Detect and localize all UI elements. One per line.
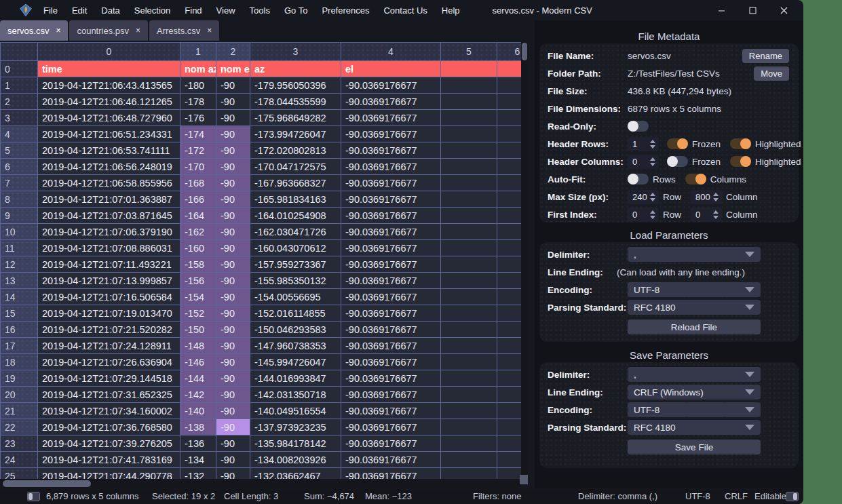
row-header[interactable]: 16	[1, 322, 38, 338]
cell[interactable]	[497, 191, 522, 208]
column-header[interactable]: 5	[441, 43, 497, 61]
cell[interactable]	[497, 273, 522, 289]
row-header[interactable]: 19	[1, 370, 38, 387]
cell[interactable]: -157.959273367	[250, 256, 341, 273]
menu-item-tools[interactable]: Tools	[250, 5, 270, 16]
tab-arrests-csv[interactable]: Arrests.csv×	[149, 20, 219, 41]
cell[interactable]: -90.0369176677	[341, 208, 441, 224]
cell[interactable]: -90	[216, 452, 250, 468]
cell[interactable]	[441, 61, 497, 77]
cell[interactable]: -146	[180, 354, 216, 370]
row-header[interactable]: 25	[1, 468, 38, 480]
cell[interactable]: -90	[216, 175, 250, 191]
cell[interactable]: 2019-04-12T21:07:34.160002	[38, 403, 180, 419]
cell[interactable]: -173.994726047	[250, 126, 341, 142]
close-button[interactable]	[768, 0, 799, 20]
menu-item-file[interactable]: File	[43, 5, 58, 16]
menu-item-data[interactable]: Data	[101, 5, 119, 16]
cell[interactable]: 2019-04-12T21:07:11.493221	[38, 256, 180, 273]
header-rows-highlighted-toggle[interactable]	[730, 138, 751, 149]
cell[interactable]: -90.0369176677	[341, 403, 441, 419]
cell[interactable]: -164.010254908	[250, 208, 341, 224]
cell[interactable]: -172	[180, 142, 216, 159]
rename-button[interactable]: Rename	[742, 49, 789, 63]
load-encoding-dropdown[interactable]: UTF-8	[628, 282, 761, 297]
cell[interactable]	[497, 110, 522, 126]
cell[interactable]	[441, 338, 497, 354]
load-parsing-dropdown[interactable]: RFC 4180	[628, 300, 761, 315]
row-header[interactable]: 5	[1, 142, 38, 159]
cell[interactable]: -158	[180, 256, 216, 273]
cell[interactable]	[497, 403, 522, 419]
row-header[interactable]: 23	[1, 435, 38, 452]
cell[interactable]	[497, 175, 522, 191]
reload-file-button[interactable]: Reload File	[628, 319, 761, 334]
right-panel-icon[interactable]	[786, 492, 799, 501]
column-header[interactable]: 1	[180, 43, 216, 61]
row-header[interactable]: 13	[1, 273, 38, 289]
auto-fit-columns-toggle[interactable]	[685, 174, 706, 185]
cell[interactable]	[441, 403, 497, 419]
max-row-spinner[interactable]: 240	[628, 190, 659, 204]
cell[interactable]	[441, 110, 497, 126]
cell[interactable]: -165.981834163	[250, 191, 341, 208]
cell[interactable]: -134	[180, 452, 216, 468]
cell[interactable]	[497, 142, 522, 159]
header-rows-frozen-toggle[interactable]	[667, 138, 688, 149]
cell[interactable]: -90.0369176677	[341, 354, 441, 370]
cell[interactable]: -140.049516554	[250, 403, 341, 419]
row-header[interactable]: 0	[1, 61, 38, 77]
cell[interactable]: -132.03662467	[250, 468, 341, 480]
cell[interactable]: nom el	[216, 61, 250, 77]
row-header[interactable]: 10	[1, 224, 38, 240]
header-rows-spinner[interactable]: 1	[628, 137, 659, 151]
cell[interactable]: -90	[216, 126, 250, 142]
spinner-arrows-icon[interactable]	[650, 140, 659, 149]
cell[interactable]: -90.0369176677	[341, 273, 441, 289]
cell[interactable]	[497, 159, 522, 175]
cell[interactable]: -90	[216, 403, 250, 419]
cell[interactable]: -90.0369176677	[341, 240, 441, 256]
cell[interactable]	[497, 435, 522, 452]
cell[interactable]: -152	[180, 305, 216, 322]
row-header[interactable]: 2	[1, 94, 38, 110]
cell[interactable]: -90	[216, 224, 250, 240]
cell[interactable]: -90	[216, 322, 250, 338]
cell[interactable]: -162	[180, 224, 216, 240]
cell[interactable]: -176	[180, 110, 216, 126]
cell[interactable]: -90	[216, 435, 250, 452]
cell[interactable]: -90.0369176677	[341, 224, 441, 240]
cell[interactable]	[497, 77, 522, 94]
cell[interactable]	[441, 322, 497, 338]
left-panel-icon[interactable]	[27, 492, 40, 501]
cell[interactable]: -90	[216, 305, 250, 322]
cell[interactable]: 2019-04-12T21:07:01.363887	[38, 191, 180, 208]
row-header[interactable]: 1	[1, 77, 38, 94]
row-header[interactable]: 3	[1, 110, 38, 126]
save-line-ending-dropdown[interactable]: CRLF (Windows)	[628, 385, 761, 400]
cell[interactable]: -150.046293583	[250, 322, 341, 338]
cell[interactable]: 2019-04-12T21:07:39.276205	[38, 435, 180, 452]
max-column-spinner[interactable]: 800	[691, 190, 722, 204]
cell[interactable]: -170.047172575	[250, 159, 341, 175]
cell[interactable]	[497, 370, 522, 387]
cell[interactable]: -90	[216, 159, 250, 175]
cell[interactable]: -90.0369176677	[341, 159, 441, 175]
cell[interactable]: 2019-04-12T21:07:13.999857	[38, 273, 180, 289]
cell[interactable]: -155.985350132	[250, 273, 341, 289]
cell[interactable]: az	[250, 61, 341, 77]
cell[interactable]: nom az	[180, 61, 216, 77]
column-header[interactable]: 4	[341, 43, 441, 61]
cell[interactable]: -90.0369176677	[341, 289, 441, 305]
cell[interactable]: -167.963668327	[250, 175, 341, 191]
cell[interactable]: -90.0369176677	[341, 77, 441, 94]
cell[interactable]	[441, 273, 497, 289]
cell[interactable]	[441, 175, 497, 191]
cell[interactable]: -90.0369176677	[341, 126, 441, 142]
cell[interactable]: 2019-04-12T21:07:19.013470	[38, 305, 180, 322]
cell[interactable]: -144.016993847	[250, 370, 341, 387]
cell[interactable]	[441, 289, 497, 305]
cell[interactable]: -90.0369176677	[341, 305, 441, 322]
cell[interactable]: -180	[180, 77, 216, 94]
cell[interactable]: -90.0369176677	[341, 338, 441, 354]
